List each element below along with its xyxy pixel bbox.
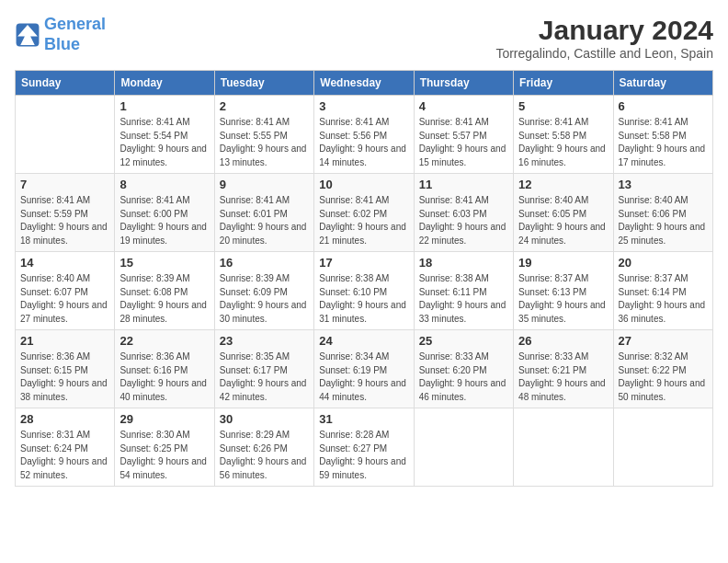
day-number: 29: [119, 412, 209, 426]
location: Torregalindo, Castille and Leon, Spain: [495, 46, 713, 61]
calendar-cell: 29Sunrise: 8:30 AMSunset: 6:25 PMDayligh…: [115, 408, 214, 487]
logo-line1: General: [44, 15, 106, 33]
day-info: Sunrise: 8:31 AMSunset: 6:24 PMDaylight:…: [20, 429, 109, 482]
day-info: Sunrise: 8:28 AMSunset: 6:27 PMDaylight:…: [319, 429, 408, 482]
calendar-cell: 5Sunrise: 8:41 AMSunset: 5:58 PMDaylight…: [514, 96, 613, 174]
calendar-cell: 19Sunrise: 8:37 AMSunset: 6:13 PMDayligh…: [514, 252, 613, 330]
day-number: 7: [20, 178, 109, 191]
day-info: Sunrise: 8:36 AMSunset: 6:15 PMDaylight:…: [20, 350, 109, 404]
calendar-cell: 22Sunrise: 8:36 AMSunset: 6:16 PMDayligh…: [115, 330, 214, 408]
day-info: Sunrise: 8:39 AMSunset: 6:09 PMDaylight:…: [220, 272, 309, 326]
day-number: 23: [220, 334, 309, 348]
calendar-week-3: 14Sunrise: 8:40 AMSunset: 6:07 PMDayligh…: [16, 252, 713, 330]
calendar-week-1: 1Sunrise: 8:41 AMSunset: 5:54 PMDaylight…: [16, 96, 713, 174]
day-info: Sunrise: 8:40 AMSunset: 6:06 PMDaylight:…: [619, 194, 708, 247]
day-number: 20: [619, 256, 708, 270]
calendar-cell: 20Sunrise: 8:37 AMSunset: 6:14 PMDayligh…: [613, 252, 712, 330]
day-number: 21: [20, 334, 109, 348]
day-number: 22: [119, 334, 209, 348]
calendar-cell: 26Sunrise: 8:33 AMSunset: 6:21 PMDayligh…: [514, 330, 613, 408]
calendar-cell: 4Sunrise: 8:41 AMSunset: 5:57 PMDaylight…: [414, 96, 513, 174]
calendar-cell: 13Sunrise: 8:40 AMSunset: 6:06 PMDayligh…: [613, 174, 712, 252]
day-info: Sunrise: 8:38 AMSunset: 6:11 PMDaylight:…: [419, 272, 508, 326]
calendar-cell: [613, 408, 712, 487]
day-number: 25: [419, 334, 508, 348]
calendar-cell: 15Sunrise: 8:39 AMSunset: 6:08 PMDayligh…: [115, 252, 214, 330]
weekday-header-monday: Monday: [115, 71, 214, 96]
day-number: 17: [319, 256, 408, 270]
day-info: Sunrise: 8:29 AMSunset: 6:26 PMDaylight:…: [220, 429, 309, 482]
logo-text: General Blue: [44, 15, 106, 54]
day-info: Sunrise: 8:41 AMSunset: 5:54 PMDaylight:…: [119, 116, 209, 169]
logo: General Blue: [15, 15, 106, 54]
day-number: 15: [119, 256, 209, 270]
page-header: General Blue January 2024 Torregalindo, …: [15, 15, 713, 61]
day-info: Sunrise: 8:41 AMSunset: 5:59 PMDaylight:…: [20, 194, 109, 247]
calendar-cell: 21Sunrise: 8:36 AMSunset: 6:15 PMDayligh…: [16, 330, 115, 408]
day-info: Sunrise: 8:35 AMSunset: 6:17 PMDaylight:…: [220, 350, 309, 404]
calendar-cell: 10Sunrise: 8:41 AMSunset: 6:02 PMDayligh…: [314, 174, 414, 252]
calendar-cell: 24Sunrise: 8:34 AMSunset: 6:19 PMDayligh…: [314, 330, 414, 408]
calendar-cell: 11Sunrise: 8:41 AMSunset: 6:03 PMDayligh…: [414, 174, 513, 252]
calendar-cell: 8Sunrise: 8:41 AMSunset: 6:00 PMDaylight…: [115, 174, 214, 252]
day-number: 12: [518, 178, 608, 191]
day-number: 26: [518, 334, 608, 348]
calendar-body: 1Sunrise: 8:41 AMSunset: 5:54 PMDaylight…: [16, 96, 713, 487]
day-number: 28: [20, 412, 109, 426]
day-number: 5: [518, 99, 608, 113]
day-number: 27: [619, 334, 708, 348]
calendar-cell: 27Sunrise: 8:32 AMSunset: 6:22 PMDayligh…: [613, 330, 712, 408]
calendar-cell: 14Sunrise: 8:40 AMSunset: 6:07 PMDayligh…: [16, 252, 115, 330]
day-number: 11: [419, 178, 508, 191]
calendar-cell: 18Sunrise: 8:38 AMSunset: 6:11 PMDayligh…: [414, 252, 513, 330]
calendar-cell: 1Sunrise: 8:41 AMSunset: 5:54 PMDaylight…: [115, 96, 214, 174]
day-number: 18: [419, 256, 508, 270]
day-info: Sunrise: 8:41 AMSunset: 6:01 PMDaylight:…: [220, 194, 309, 247]
day-info: Sunrise: 8:39 AMSunset: 6:08 PMDaylight:…: [119, 272, 209, 326]
day-number: 24: [319, 334, 408, 348]
day-info: Sunrise: 8:36 AMSunset: 6:16 PMDaylight:…: [119, 350, 209, 404]
weekday-header-row: SundayMondayTuesdayWednesdayThursdayFrid…: [16, 71, 713, 96]
calendar-cell: 7Sunrise: 8:41 AMSunset: 5:59 PMDaylight…: [16, 174, 115, 252]
day-number: 4: [419, 99, 508, 113]
day-info: Sunrise: 8:40 AMSunset: 6:05 PMDaylight:…: [518, 194, 608, 247]
day-number: 16: [220, 256, 309, 270]
day-number: 10: [319, 178, 408, 191]
calendar-week-2: 7Sunrise: 8:41 AMSunset: 5:59 PMDaylight…: [16, 174, 713, 252]
day-info: Sunrise: 8:41 AMSunset: 6:03 PMDaylight:…: [419, 194, 508, 247]
day-info: Sunrise: 8:38 AMSunset: 6:10 PMDaylight:…: [319, 272, 408, 326]
calendar-cell: [16, 96, 115, 174]
day-number: 8: [119, 178, 209, 191]
day-info: Sunrise: 8:37 AMSunset: 6:14 PMDaylight:…: [619, 272, 708, 326]
calendar-cell: 30Sunrise: 8:29 AMSunset: 6:26 PMDayligh…: [214, 408, 313, 487]
day-number: 3: [319, 99, 408, 113]
day-info: Sunrise: 8:41 AMSunset: 5:55 PMDaylight:…: [220, 116, 309, 169]
calendar-week-5: 28Sunrise: 8:31 AMSunset: 6:24 PMDayligh…: [16, 408, 713, 487]
calendar-cell: 17Sunrise: 8:38 AMSunset: 6:10 PMDayligh…: [314, 252, 414, 330]
day-info: Sunrise: 8:33 AMSunset: 6:21 PMDaylight:…: [518, 350, 608, 404]
calendar-cell: 9Sunrise: 8:41 AMSunset: 6:01 PMDaylight…: [214, 174, 313, 252]
calendar-cell: 25Sunrise: 8:33 AMSunset: 6:20 PMDayligh…: [414, 330, 513, 408]
day-number: 19: [518, 256, 608, 270]
weekday-header-wednesday: Wednesday: [314, 71, 414, 96]
day-info: Sunrise: 8:37 AMSunset: 6:13 PMDaylight:…: [518, 272, 608, 326]
day-info: Sunrise: 8:40 AMSunset: 6:07 PMDaylight:…: [20, 272, 109, 326]
day-number: 9: [220, 178, 309, 191]
calendar-cell: 16Sunrise: 8:39 AMSunset: 6:09 PMDayligh…: [214, 252, 313, 330]
day-info: Sunrise: 8:41 AMSunset: 6:00 PMDaylight:…: [119, 194, 209, 247]
logo-icon: [15, 22, 40, 48]
day-info: Sunrise: 8:30 AMSunset: 6:25 PMDaylight:…: [119, 429, 209, 482]
title-block: January 2024 Torregalindo, Castille and …: [495, 15, 713, 61]
calendar-cell: 28Sunrise: 8:31 AMSunset: 6:24 PMDayligh…: [16, 408, 115, 487]
day-number: 14: [20, 256, 109, 270]
weekday-header-tuesday: Tuesday: [214, 71, 313, 96]
calendar-cell: 6Sunrise: 8:41 AMSunset: 5:58 PMDaylight…: [613, 96, 712, 174]
calendar-cell: 31Sunrise: 8:28 AMSunset: 6:27 PMDayligh…: [314, 408, 414, 487]
day-number: 2: [220, 99, 309, 113]
weekday-header-friday: Friday: [514, 71, 613, 96]
day-info: Sunrise: 8:34 AMSunset: 6:19 PMDaylight:…: [319, 350, 408, 404]
weekday-header-thursday: Thursday: [414, 71, 513, 96]
day-number: 6: [619, 99, 708, 113]
month-title: January 2024: [495, 15, 713, 46]
calendar-cell: [514, 408, 613, 487]
